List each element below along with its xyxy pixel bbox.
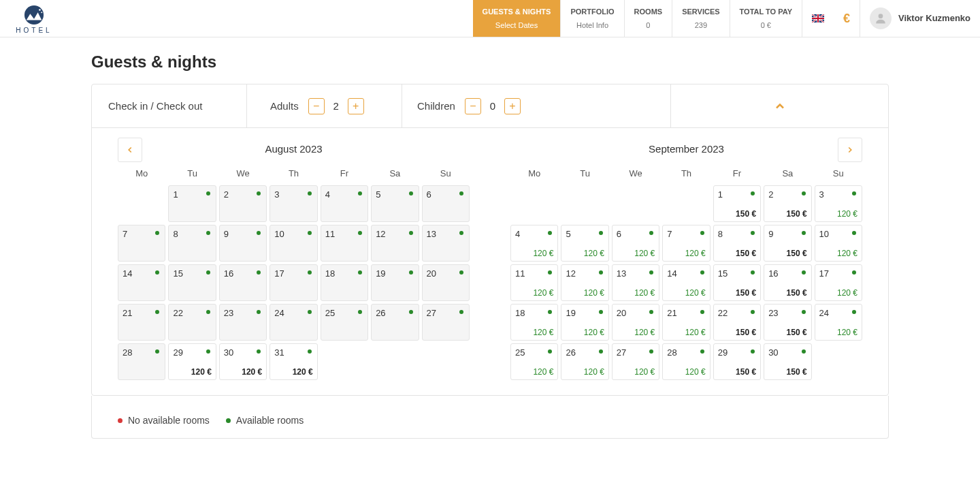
nav-tab-rooms[interactable]: ROOMS 0: [624, 0, 672, 37]
calendar-day[interactable]: 29150 €: [713, 343, 761, 380]
nav-tab-total[interactable]: TOTAL TO PAY 0 €: [730, 0, 802, 37]
day-price: 120 €: [515, 367, 553, 377]
calendar-day[interactable]: 4: [321, 185, 368, 222]
day-price: 120 €: [617, 288, 655, 298]
day-number: 5: [376, 189, 414, 200]
calendar-day[interactable]: 24: [270, 304, 317, 341]
calendar-day[interactable]: 8150 €: [713, 225, 761, 262]
calendar-day[interactable]: 2150 €: [764, 185, 811, 222]
day-price: 120 €: [617, 249, 655, 258]
panel-collapse-toggle[interactable]: [671, 84, 888, 127]
calendar-day[interactable]: 19: [371, 264, 419, 301]
calendar-day[interactable]: 6: [422, 185, 470, 222]
calendar-day[interactable]: 26120 €: [561, 343, 608, 380]
calendar-day[interactable]: 4120 €: [510, 225, 558, 262]
calendar-day[interactable]: 21: [118, 304, 165, 341]
user-menu[interactable]: Viktor Kuzmenko: [860, 0, 980, 37]
calendar-day[interactable]: 2: [219, 185, 267, 222]
children-plus-button[interactable]: +: [504, 98, 521, 114]
calendar-day[interactable]: 23: [219, 304, 267, 341]
day-number: 28: [667, 347, 705, 358]
prev-month-button[interactable]: [118, 138, 142, 162]
calendar-day[interactable]: 15150 €: [713, 264, 761, 301]
calendar-day[interactable]: 30120 €: [219, 343, 267, 380]
calendar-day[interactable]: 6120 €: [612, 225, 659, 262]
calendar-day[interactable]: 19120 €: [561, 304, 608, 341]
language-button[interactable]: [802, 0, 834, 37]
calendar-day[interactable]: 25120 €: [510, 343, 558, 380]
calendar-day[interactable]: 12: [371, 225, 419, 262]
dow-row: MoTuWeThFrSaSu: [118, 168, 470, 178]
children-minus-button[interactable]: −: [465, 98, 481, 114]
calendar-day[interactable]: 3120 €: [815, 185, 862, 222]
calendar-empty: [510, 185, 558, 222]
currency-symbol: €: [843, 12, 850, 26]
nav-tab-services[interactable]: SERVICES 239: [672, 0, 729, 37]
green-dot-icon: [852, 231, 856, 235]
calendar-day[interactable]: 24120 €: [815, 304, 862, 341]
calendar-day[interactable]: 14120 €: [662, 264, 710, 301]
calendar-day[interactable]: 13: [422, 225, 470, 262]
calendar-day[interactable]: 18: [321, 264, 368, 301]
day-price: 120 €: [617, 367, 655, 377]
adults-plus-button[interactable]: +: [348, 98, 364, 114]
calendar-day[interactable]: 16: [219, 264, 267, 301]
svg-rect-7: [812, 18, 824, 19]
nav-tab-title: GUESTS & NIGHTS: [483, 7, 551, 16]
calendar-day[interactable]: 27: [422, 304, 470, 341]
calendar-day[interactable]: 14: [118, 264, 165, 301]
calendar-day[interactable]: 1: [168, 185, 216, 222]
day-price: 120 €: [819, 288, 858, 298]
calendar-day[interactable]: 22150 €: [713, 304, 761, 341]
calendar-day[interactable]: 17120 €: [815, 264, 862, 301]
calendar-day[interactable]: 16150 €: [764, 264, 811, 301]
dow-label: We: [612, 168, 659, 178]
calendar-day[interactable]: 30150 €: [764, 343, 811, 380]
calendar-day[interactable]: 27120 €: [612, 343, 659, 380]
calendar-day[interactable]: 28: [118, 343, 165, 380]
calendar-day[interactable]: 31120 €: [270, 343, 317, 380]
nav-tab-portfolio[interactable]: PORTFOLIO Hotel Info: [560, 0, 623, 37]
nav-tab-sub: 0 €: [761, 21, 771, 29]
calendar-day[interactable]: 20120 €: [612, 304, 659, 341]
calendar-day[interactable]: 11120 €: [510, 264, 558, 301]
currency-button[interactable]: €: [834, 0, 860, 37]
calendar-day[interactable]: 22: [168, 304, 216, 341]
calendar-day[interactable]: 7: [118, 225, 165, 262]
brand-logo[interactable]: HOTEL: [0, 0, 68, 37]
calendar-day[interactable]: 7120 €: [662, 225, 710, 262]
next-month-button[interactable]: [838, 138, 862, 162]
calendar-day[interactable]: 8: [168, 225, 216, 262]
nav-tab-guests[interactable]: GUESTS & NIGHTS Select Dates: [473, 0, 561, 37]
adults-minus-button[interactable]: −: [308, 98, 325, 114]
calendar-day[interactable]: 1150 €: [713, 185, 761, 222]
calendar-day[interactable]: 10: [270, 225, 317, 262]
day-price: 120 €: [566, 367, 604, 377]
calendar-day[interactable]: 21120 €: [662, 304, 710, 341]
green-dot-icon: [206, 310, 210, 314]
calendar-day[interactable]: 17: [270, 264, 317, 301]
calendar-day[interactable]: 18120 €: [510, 304, 558, 341]
day-number: 17: [274, 268, 312, 279]
calendar-day[interactable]: 15: [168, 264, 216, 301]
checkinout-cell[interactable]: Check in / Check out: [92, 84, 247, 127]
calendar-day[interactable]: 5: [371, 185, 419, 222]
calendar-day[interactable]: 3: [270, 185, 317, 222]
calendar-day[interactable]: 11: [321, 225, 368, 262]
calendar-day[interactable]: 9: [219, 225, 267, 262]
calendar-day[interactable]: 29120 €: [168, 343, 216, 380]
calendar-day[interactable]: 26: [371, 304, 419, 341]
calendar-day[interactable]: 9150 €: [764, 225, 811, 262]
calendar-day[interactable]: 12120 €: [561, 264, 608, 301]
calendar-day[interactable]: 28120 €: [662, 343, 710, 380]
calendar-day[interactable]: 5120 €: [561, 225, 608, 262]
svg-point-1: [39, 9, 41, 11]
calendar-day[interactable]: 25: [321, 304, 368, 341]
green-dot-icon: [206, 191, 210, 195]
calendar-day[interactable]: 13120 €: [612, 264, 659, 301]
calendar-day[interactable]: 20: [422, 264, 470, 301]
calendar-day[interactable]: 10120 €: [815, 225, 862, 262]
red-dot-icon: [118, 418, 122, 423]
calendar-day[interactable]: 23150 €: [764, 304, 811, 341]
day-price: 120 €: [667, 367, 705, 377]
